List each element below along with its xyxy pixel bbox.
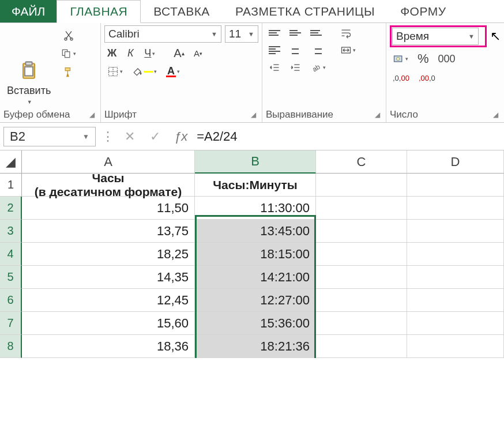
- row-header[interactable]: 3: [0, 220, 22, 243]
- accounting-format-button[interactable]: ▾: [390, 51, 411, 66]
- cell[interactable]: 13,75: [22, 220, 195, 243]
- dialog-launcher-icon[interactable]: ◢: [493, 111, 501, 119]
- chevron-down-icon: ▾: [73, 51, 76, 56]
- increase-font-button[interactable]: A▴: [171, 45, 187, 62]
- underline-button[interactable]: Ч▾: [141, 46, 158, 61]
- number-format-value: Время: [396, 30, 429, 43]
- row-header[interactable]: 7: [0, 312, 22, 335]
- percent-button[interactable]: %: [415, 50, 432, 68]
- italic-button[interactable]: К: [123, 46, 138, 61]
- row-header[interactable]: 4: [0, 243, 22, 266]
- align-bottom-button[interactable]: [307, 25, 325, 40]
- font-color-button[interactable]: А▾: [163, 64, 183, 79]
- comma-style-button[interactable]: 000: [435, 51, 458, 67]
- decrease-indent-button[interactable]: [266, 60, 283, 75]
- wrap-text-button[interactable]: [337, 25, 355, 40]
- cell[interactable]: [316, 312, 407, 335]
- cell[interactable]: [407, 243, 504, 266]
- align-middle-button[interactable]: [287, 25, 304, 40]
- chevron-down-icon: ▼: [211, 31, 217, 37]
- cell[interactable]: [407, 174, 504, 197]
- copy-button[interactable]: ▾: [58, 46, 79, 61]
- row-header[interactable]: 8: [0, 335, 22, 358]
- cell[interactable]: 12,45: [22, 289, 195, 312]
- cell[interactable]: [407, 289, 504, 312]
- orientation-button[interactable]: ab ▾: [307, 60, 329, 75]
- cell[interactable]: [407, 312, 504, 335]
- cell[interactable]: 15:36:00: [195, 312, 316, 335]
- tab-file[interactable]: ФАЙЛ: [0, 0, 57, 22]
- dialog-launcher-icon[interactable]: ◢: [251, 111, 258, 119]
- col-header-b[interactable]: B: [195, 150, 316, 174]
- cell[interactable]: [316, 197, 407, 220]
- borders-button[interactable]: ▾: [104, 64, 126, 79]
- tab-formulas[interactable]: ФОРМУ: [388, 0, 458, 22]
- chevron-down-icon: ▼: [27, 99, 32, 105]
- align-right-button[interactable]: [307, 43, 325, 58]
- font-name-combo[interactable]: Calibri ▼: [104, 25, 221, 43]
- dialog-launcher-icon[interactable]: ◢: [375, 111, 382, 119]
- cell[interactable]: [407, 266, 504, 289]
- accept-formula-button[interactable]: ✓: [145, 129, 165, 144]
- decrease-font-button[interactable]: A▾: [191, 46, 206, 61]
- cell[interactable]: 18:15:00: [195, 243, 316, 266]
- number-format-combo[interactable]: Время ▼: [392, 28, 479, 45]
- format-painter-button[interactable]: [58, 65, 79, 80]
- increase-indent-button[interactable]: [287, 60, 304, 75]
- svg-point-13: [397, 58, 400, 61]
- cell[interactable]: 11,50: [22, 197, 195, 220]
- formula-input[interactable]: =A2/24: [197, 129, 237, 144]
- cell[interactable]: 14,35: [22, 266, 195, 289]
- cell[interactable]: 18:21:36: [195, 335, 316, 358]
- increase-decimal-button[interactable]: ,0,00: [390, 70, 412, 85]
- cell[interactable]: [316, 174, 407, 197]
- cell[interactable]: [316, 335, 407, 358]
- cell[interactable]: 15,60: [22, 312, 195, 335]
- tab-home[interactable]: ГЛАВНАЯ: [57, 0, 141, 23]
- fx-icon[interactable]: ƒx: [171, 129, 191, 144]
- cell[interactable]: Часы:Минуты: [195, 174, 316, 197]
- cell[interactable]: 13:45:00: [195, 220, 316, 243]
- cancel-formula-button[interactable]: ✕: [120, 129, 140, 144]
- group-clipboard: Вставить ▼ ▾ Буфер обмена ◢: [0, 23, 101, 122]
- cell[interactable]: [407, 197, 504, 220]
- tab-insert[interactable]: ВСТАВКА: [141, 0, 223, 22]
- select-all-corner[interactable]: ◢: [0, 150, 22, 174]
- col-header-a[interactable]: A: [22, 150, 195, 174]
- cell[interactable]: [407, 220, 504, 243]
- cell[interactable]: 18,25: [22, 243, 195, 266]
- decrease-decimal-button[interactable]: ,00,0: [416, 70, 438, 85]
- tab-page-layout[interactable]: РАЗМЕТКА СТРАНИЦЫ: [223, 0, 388, 22]
- font-size-combo[interactable]: 11 ▼: [225, 25, 258, 43]
- col-header-c[interactable]: C: [316, 150, 407, 174]
- font-size-value: 11: [229, 28, 241, 40]
- paste-button[interactable]: Вставить ▼: [3, 25, 54, 107]
- cell[interactable]: [407, 335, 504, 358]
- cell[interactable]: [316, 243, 407, 266]
- cell[interactable]: 14:21:00: [195, 266, 316, 289]
- row-header[interactable]: 5: [0, 266, 22, 289]
- bold-button[interactable]: Ж: [104, 46, 119, 61]
- group-alignment: ▾ ab ▾ Выравнивание ◢: [262, 23, 386, 122]
- cell[interactable]: 12:27:00: [195, 289, 316, 312]
- cell[interactable]: [316, 220, 407, 243]
- row-header[interactable]: 2: [0, 197, 22, 220]
- cell[interactable]: 11:30:00: [195, 197, 316, 220]
- group-font-title: Шрифт: [104, 109, 137, 120]
- cell[interactable]: [316, 266, 407, 289]
- cell[interactable]: 18,36: [22, 335, 195, 358]
- row-header[interactable]: 6: [0, 289, 22, 312]
- merge-button[interactable]: ▾: [337, 43, 359, 58]
- cell[interactable]: [316, 289, 407, 312]
- align-center-button[interactable]: [287, 43, 304, 58]
- cell[interactable]: Часы (в десатичном формате): [22, 174, 195, 197]
- dialog-launcher-icon[interactable]: ◢: [89, 111, 97, 119]
- align-left-button[interactable]: [266, 43, 283, 58]
- col-header-d[interactable]: D: [407, 150, 504, 174]
- row-header[interactable]: 1: [0, 174, 22, 197]
- cut-button[interactable]: [58, 28, 79, 43]
- align-top-button[interactable]: [266, 25, 283, 40]
- name-box[interactable]: B2 ▼: [3, 127, 96, 146]
- worksheet-grid[interactable]: ◢ A B C D 1 Часы (в десатичном формате) …: [0, 150, 504, 358]
- fill-color-button[interactable]: ▾: [129, 64, 160, 79]
